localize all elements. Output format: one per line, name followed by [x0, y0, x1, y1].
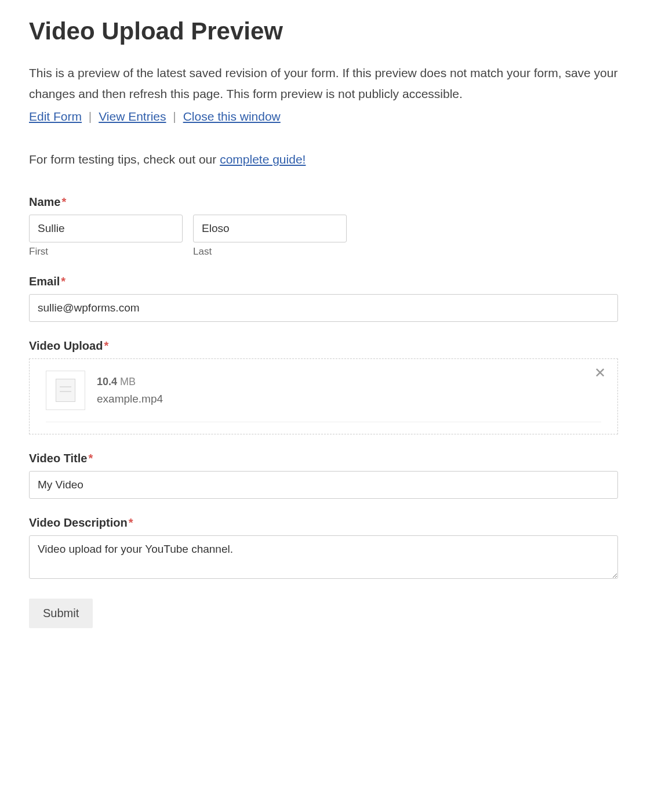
video-description-field: Video Description* Video upload for your…: [29, 516, 618, 581]
file-name: example.mp4: [97, 393, 601, 405]
last-name-sublabel: Last: [193, 246, 347, 258]
close-window-link[interactable]: Close this window: [183, 110, 281, 123]
file-size: 10.4 MB: [97, 376, 601, 388]
remove-file-icon[interactable]: ✕: [594, 366, 606, 380]
view-entries-link[interactable]: View Entries: [99, 110, 166, 123]
submit-button[interactable]: Submit: [29, 599, 93, 628]
separator: |: [89, 110, 92, 123]
video-upload-field: Video Upload* 10.4 MB example.mp4 ✕: [29, 339, 618, 434]
edit-form-link[interactable]: Edit Form: [29, 110, 82, 123]
video-description-textarea[interactable]: Video upload for your YouTube channel.: [29, 535, 618, 579]
required-indicator: *: [61, 195, 66, 208]
first-name-input[interactable]: [29, 215, 183, 242]
required-indicator: *: [104, 339, 108, 352]
required-indicator: *: [129, 516, 133, 529]
name-label: Name*: [29, 195, 618, 209]
last-name-input[interactable]: [193, 215, 347, 242]
first-name-sublabel: First: [29, 246, 183, 258]
action-links: Edit Form | View Entries | Close this wi…: [29, 110, 618, 124]
file-thumbnail-icon: [46, 371, 85, 410]
intro-text: This is a preview of the latest saved re…: [29, 63, 618, 104]
tips-prefix: For form testing tips, check out our: [29, 153, 220, 166]
email-field: Email*: [29, 275, 618, 322]
separator: |: [173, 110, 176, 123]
page-title: Video Upload Preview: [29, 17, 618, 45]
video-title-input[interactable]: [29, 471, 618, 499]
required-indicator: *: [61, 275, 66, 288]
upload-dropzone[interactable]: 10.4 MB example.mp4 ✕: [29, 358, 618, 434]
email-label: Email*: [29, 275, 618, 288]
email-input[interactable]: [29, 294, 618, 322]
name-field: Name* First Last: [29, 195, 618, 258]
testing-tips: For form testing tips, check out our com…: [29, 153, 618, 166]
complete-guide-link[interactable]: complete guide!: [220, 153, 306, 166]
uploaded-file-row: 10.4 MB example.mp4 ✕: [46, 371, 601, 422]
video-title-field: Video Title*: [29, 452, 618, 499]
video-title-label: Video Title*: [29, 452, 618, 465]
video-description-label: Video Description*: [29, 516, 618, 530]
required-indicator: *: [88, 452, 93, 465]
video-upload-label: Video Upload*: [29, 339, 618, 353]
